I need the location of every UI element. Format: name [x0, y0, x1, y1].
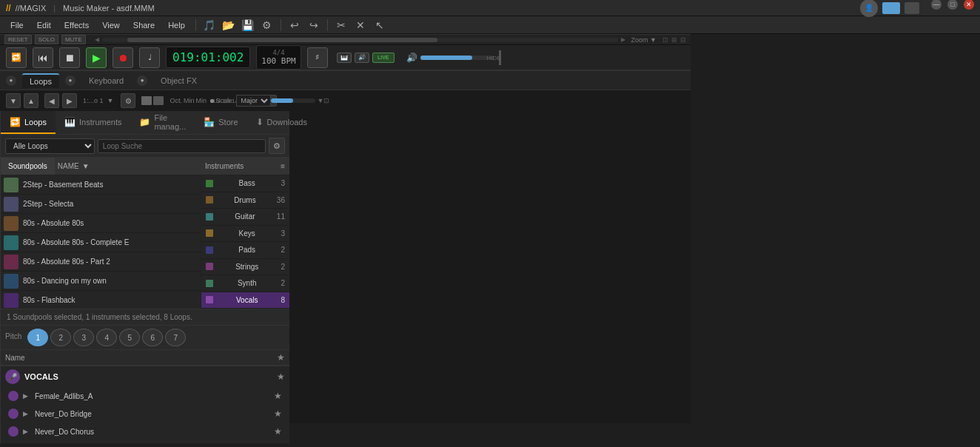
- loops-gear-btn[interactable]: ⚙: [269, 138, 285, 154]
- sp-name-col[interactable]: NAME ▼: [55, 162, 201, 170]
- loop-item-female[interactable]: ▶ Female_Adlibs_A ★: [5, 387, 285, 405]
- loop-fav-3[interactable]: ★: [274, 426, 282, 437]
- loop-fav-2[interactable]: ★: [274, 409, 282, 419]
- mute-all-btn[interactable]: MUTE: [61, 35, 86, 44]
- sp-tab-soundpools[interactable]: Soundpools: [1, 158, 55, 175]
- inst-keys[interactable]: Keys 3: [201, 226, 289, 243]
- midi-btn[interactable]: 🎹: [337, 53, 352, 63]
- maximize-button[interactable]: □: [947, 0, 958, 10]
- loops-search[interactable]: [98, 139, 266, 153]
- inst-bass[interactable]: Bass 3: [201, 175, 289, 192]
- pitch-key-7[interactable]: 7: [165, 329, 186, 346]
- pitch-key-6[interactable]: 6: [142, 329, 163, 346]
- record-bot-btn[interactable]: ⏺ Scale: Major Minor ▼⊡: [262, 95, 277, 107]
- pitch-key-5[interactable]: 5: [119, 329, 140, 346]
- loop-item-neverdo-chorus[interactable]: ▶ Never_Do Chorus ★: [5, 423, 285, 440]
- sp-item-80s-abs-part2[interactable]: 80s - Absolute 80s - Part 2: [1, 252, 201, 272]
- rewind-btn[interactable]: ⏮: [33, 47, 53, 68]
- fit-btn[interactable]: ⊡: [662, 36, 668, 44]
- reset-btn[interactable]: RESET: [4, 35, 32, 44]
- inst-guitar[interactable]: Guitar 11: [201, 209, 289, 226]
- audio-btn[interactable]: 🔊: [355, 53, 369, 63]
- close-button[interactable]: ✕: [964, 0, 974, 10]
- menu-edit[interactable]: Edit: [31, 19, 57, 31]
- objectfx-indicator[interactable]: ●: [137, 75, 147, 86]
- loops-fav-icon[interactable]: ★: [277, 372, 285, 382]
- bot-up-btn[interactable]: ▲: [24, 93, 38, 108]
- user-avatar[interactable]: 👤: [860, 0, 878, 17]
- play-btn[interactable]: ▶: [86, 47, 107, 68]
- settings-button[interactable]: ⚙: [258, 16, 276, 34]
- inst-vocals[interactable]: Vocals 8: [201, 292, 289, 309]
- tab-loops-right[interactable]: 🔁 Loops: [1, 111, 56, 134]
- fav-header-icon[interactable]: ★: [277, 352, 285, 363]
- scroll-track[interactable]: [102, 38, 618, 42]
- pitch-key-1[interactable]: 1: [27, 329, 48, 346]
- sp-item-2step-basement[interactable]: 2Step - Basement Beats: [1, 175, 201, 195]
- metronome-btn[interactable]: ♩: [139, 47, 160, 68]
- stop-btn[interactable]: ⏹: [59, 47, 80, 68]
- tab-keyboard[interactable]: Keyboard: [81, 74, 131, 87]
- piano-key-btn-2[interactable]: [153, 96, 164, 105]
- tab-loops[interactable]: Loops: [22, 73, 59, 88]
- menu-file[interactable]: File: [4, 19, 30, 31]
- inst-strings[interactable]: Strings 2: [201, 259, 289, 276]
- tab-instruments[interactable]: 🎹 Instruments: [56, 111, 130, 134]
- menu-effects[interactable]: Effects: [58, 19, 95, 31]
- live-btn[interactable]: LIVE: [372, 53, 395, 63]
- menu-view[interactable]: View: [96, 19, 126, 31]
- delete-button[interactable]: ✕: [352, 16, 369, 34]
- sp-item-80s-dancing[interactable]: 80s - Dancing on my own: [1, 272, 201, 291]
- keyboard-indicator[interactable]: ●: [65, 75, 75, 86]
- redo-button[interactable]: ↪: [305, 16, 323, 34]
- pos-sep: ▼: [107, 97, 114, 104]
- pitch-key-2[interactable]: 2: [50, 329, 71, 346]
- bot-prev-btn[interactable]: ◀: [44, 93, 59, 108]
- tab-downloads[interactable]: ⬇ Downloads: [247, 111, 316, 134]
- fit-btn-3[interactable]: ⊟: [680, 36, 686, 44]
- save-button[interactable]: 💾: [239, 16, 257, 34]
- open-button[interactable]: 📂: [220, 16, 238, 34]
- sp-item-2step-selecta[interactable]: 2Step - Selecta: [1, 195, 201, 214]
- sp-item-80s-abs-complete[interactable]: 80s - Absolute 80s - Complete E: [1, 233, 201, 252]
- scroll-left-arrow[interactable]: ◀: [95, 36, 99, 43]
- loop-fav-1[interactable]: ★: [274, 391, 282, 401]
- piano-key-btn[interactable]: [141, 96, 152, 105]
- minimize-button[interactable]: —: [931, 0, 942, 10]
- menu-share[interactable]: Share: [127, 19, 161, 31]
- pitch-key-4[interactable]: 4: [96, 329, 117, 346]
- loop-item-neverdo-bridge[interactable]: ▶ Never_Do Bridge ★: [5, 405, 285, 423]
- sp-item-80s-flashback[interactable]: 80s - Flashback: [1, 291, 201, 309]
- mini-vol-slider[interactable]: [271, 98, 315, 103]
- tab-filemanager[interactable]: 📁 File manag...: [130, 111, 195, 134]
- bot-next-btn[interactable]: ▶: [62, 93, 77, 108]
- bot-down-btn[interactable]: ▼: [6, 93, 21, 108]
- undo-button[interactable]: ↩: [286, 16, 303, 34]
- cut-button[interactable]: ✂: [332, 16, 350, 34]
- fit-btn-2[interactable]: ⊞: [671, 36, 677, 44]
- inst-drums[interactable]: Drums 36: [201, 192, 289, 209]
- tab-store[interactable]: 🏪 Store: [195, 111, 246, 134]
- volume-slider[interactable]: [420, 56, 494, 60]
- h-scrollbar[interactable]: ◀ ▶ Zoom ▼ ⊡ ⊞ ⊟: [95, 36, 686, 44]
- loops-dropdown[interactable]: Alle Loops: [5, 138, 95, 154]
- scroll-thumb[interactable]: [127, 38, 437, 42]
- scale-select[interactable]: Major Minor: [236, 95, 271, 107]
- pitch-key-3[interactable]: 3: [73, 329, 94, 346]
- tab-objectfx[interactable]: Object FX: [153, 74, 204, 87]
- record-btn[interactable]: ⏺: [113, 47, 133, 68]
- inst-pads[interactable]: Pads 2: [201, 242, 289, 259]
- hide-panel-btn[interactable]: HIDE: [499, 50, 501, 65]
- inst-col-icon[interactable]: ≡: [281, 162, 285, 170]
- cursor-button[interactable]: ↖: [371, 16, 389, 34]
- bot-settings-btn[interactable]: ⚙: [121, 93, 135, 108]
- scroll-right-arrow[interactable]: ▶: [621, 36, 625, 43]
- new-button[interactable]: 🎵: [201, 16, 218, 34]
- tuner-btn[interactable]: ♯: [307, 47, 328, 68]
- inst-synth[interactable]: Synth 2: [201, 275, 289, 292]
- loops-indicator[interactable]: ●: [6, 75, 16, 86]
- loop-btn[interactable]: 🔁: [6, 47, 27, 68]
- menu-help[interactable]: Help: [162, 19, 191, 31]
- sp-item-80s-abs[interactable]: 80s - Absolute 80s: [1, 214, 201, 233]
- solo-all-btn[interactable]: SOLO: [35, 35, 58, 44]
